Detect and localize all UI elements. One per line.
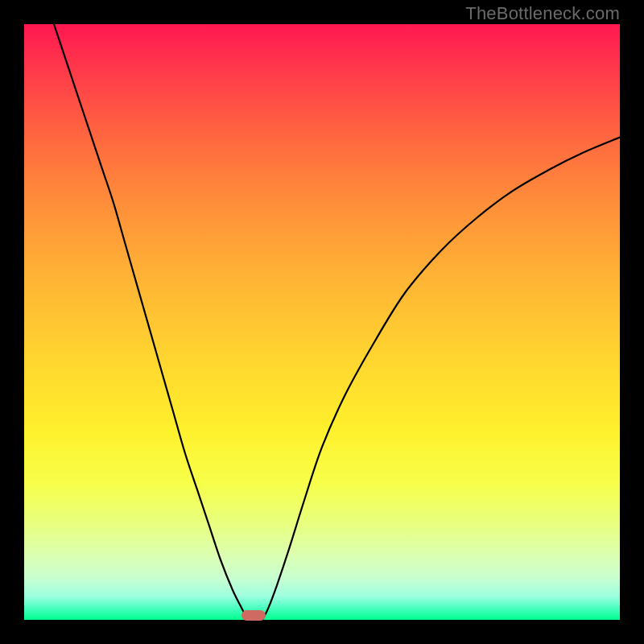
curve-left-branch xyxy=(54,24,248,620)
plot-area xyxy=(24,24,620,620)
curve-svg xyxy=(24,24,620,620)
bottleneck-marker xyxy=(242,610,266,621)
chart-frame: TheBottleneck.com xyxy=(0,0,644,644)
curve-right-branch xyxy=(262,138,620,620)
watermark-text: TheBottleneck.com xyxy=(465,3,620,24)
